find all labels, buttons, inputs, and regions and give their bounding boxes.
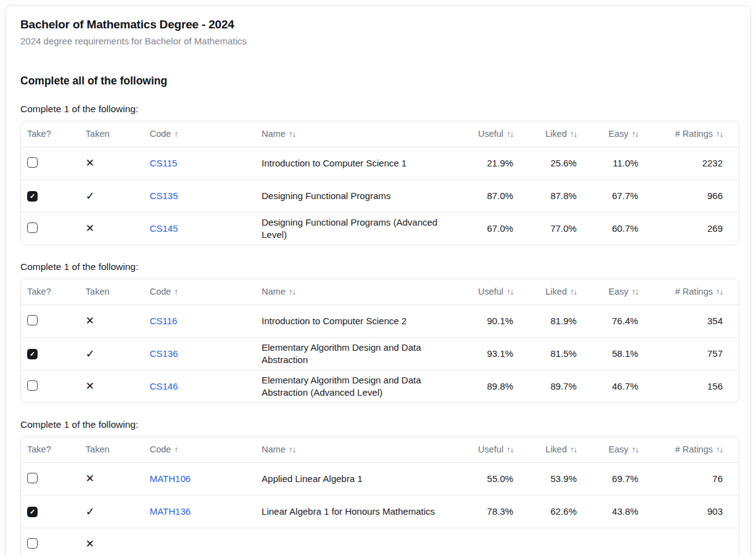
code-cell: CS146	[144, 370, 256, 403]
course-name: Linear Algebra 1 for Honours Mathematics	[261, 505, 435, 518]
useful-value: 89.8%	[458, 370, 519, 403]
code-cell: MATH106	[144, 462, 256, 495]
column-header-useful[interactable]: Useful↑↓	[458, 121, 519, 147]
course-table: Take? Taken Code↑ Name↑↓ Useful↑↓ Liked↑…	[21, 437, 739, 556]
take-checkbox[interactable]: ✓	[27, 507, 38, 517]
sort-both-icon[interactable]: ↑↓	[631, 444, 638, 454]
code-cell: CS145	[144, 212, 256, 245]
column-header-code[interactable]: Code↑	[144, 121, 256, 147]
take-checkbox[interactable]: ✓	[27, 349, 38, 359]
sort-ascending-icon[interactable]: ↑	[174, 444, 178, 454]
code-cell: CS135	[144, 179, 256, 212]
sort-both-icon[interactable]: ↑↓	[289, 287, 295, 296]
sort-both-icon[interactable]: ↑↓	[289, 129, 295, 139]
sort-both-icon[interactable]: ↑↓	[716, 287, 723, 296]
column-header-useful[interactable]: Useful↑↓	[458, 437, 519, 462]
sort-both-icon[interactable]: ↑↓	[506, 444, 513, 454]
sort-both-icon[interactable]: ↑↓	[570, 444, 577, 454]
take-checkbox[interactable]	[27, 538, 38, 549]
column-header-liked[interactable]: Liked↑↓	[519, 437, 583, 462]
course-code-link[interactable]: MATH136	[150, 506, 191, 517]
useful-value: 93.1%	[458, 337, 519, 370]
taken-check-icon: ✓	[86, 189, 95, 203]
column-header-easy[interactable]: Easy↑↓	[583, 437, 644, 462]
course-table-container: Take? Taken Code↑ Name↑↓ Useful↑↓ Liked↑…	[20, 436, 739, 556]
sort-both-icon[interactable]: ↑↓	[289, 444, 295, 454]
course-row: ✓ ✓ CS135 Designing Functional Programs …	[21, 179, 739, 212]
column-header-name-label: Name	[261, 444, 286, 454]
useful-value: 21.9%	[458, 147, 519, 179]
sort-both-icon[interactable]: ↑↓	[506, 287, 513, 296]
take-checkbox[interactable]	[27, 473, 38, 483]
take-checkbox[interactable]	[27, 315, 38, 325]
liked-value: 77.0%	[519, 212, 583, 245]
column-header-code[interactable]: Code↑	[144, 279, 256, 305]
sort-both-icon[interactable]: ↑↓	[506, 129, 513, 139]
column-header-name-label: Name	[261, 129, 286, 139]
requirement-group: Complete 1 of the following: Take? Taken…	[20, 104, 736, 245]
easy-value: 43.8%	[583, 495, 644, 528]
course-code-link[interactable]: CS145	[150, 223, 178, 234]
liked-value: 62.6%	[519, 495, 583, 528]
course-code-link[interactable]: MATH106	[150, 473, 191, 484]
not-taken-cross-icon: ✕	[86, 472, 94, 485]
course-code-link[interactable]: CS115	[150, 158, 178, 168]
column-header-ratings[interactable]: # Ratings↑↓	[644, 121, 739, 147]
course-name: Introduction to Computer Science 1	[261, 157, 406, 170]
course-name: Designing Functional Programs	[261, 190, 390, 202]
sort-both-icon[interactable]: ↑↓	[716, 129, 723, 139]
name-cell	[255, 528, 458, 556]
take-checkbox[interactable]	[27, 380, 38, 391]
course-code-link[interactable]: CS136	[150, 348, 178, 359]
sort-both-icon[interactable]: ↑↓	[631, 287, 638, 296]
sort-both-icon[interactable]: ↑↓	[570, 129, 577, 139]
column-header-name[interactable]: Name↑↓	[255, 279, 458, 305]
column-header-easy[interactable]: Easy↑↓	[583, 121, 644, 147]
column-header-ratings-label: # Ratings	[675, 444, 713, 454]
column-header-useful-label: Useful	[478, 129, 503, 139]
useful-value: 87.0%	[458, 179, 519, 212]
useful-value: 67.0%	[458, 212, 519, 245]
column-header-ratings[interactable]: # Ratings↑↓	[644, 279, 739, 305]
take-checkbox[interactable]	[27, 223, 38, 233]
code-cell: MATH136	[144, 495, 256, 528]
sort-both-icon[interactable]: ↑↓	[716, 444, 723, 454]
useful-value: 78.3%	[458, 495, 519, 528]
column-header-ratings[interactable]: # Ratings↑↓	[644, 437, 739, 462]
course-name: Designing Functional Programs (Advanced …	[261, 216, 446, 241]
section-heading: Complete all of the following	[20, 75, 736, 88]
liked-value: 81.5%	[519, 337, 583, 370]
liked-value	[519, 528, 583, 556]
column-header-take: Take?	[21, 279, 80, 305]
column-header-ratings-label: # Ratings	[675, 287, 713, 296]
column-header-liked-label: Liked	[546, 129, 567, 139]
course-code-link[interactable]: CS146	[150, 381, 178, 391]
column-header-name[interactable]: Name↑↓	[255, 437, 458, 462]
column-header-liked[interactable]: Liked↑↓	[519, 279, 583, 305]
take-checkbox[interactable]: ✓	[27, 191, 38, 202]
sort-ascending-icon[interactable]: ↑	[174, 129, 178, 139]
easy-value: 76.4%	[583, 305, 644, 337]
sort-both-icon[interactable]: ↑↓	[570, 287, 577, 296]
column-header-name[interactable]: Name↑↓	[255, 121, 458, 147]
take-checkbox[interactable]	[27, 157, 38, 168]
course-table: Take? Taken Code↑ Name↑↓ Useful↑↓ Liked↑…	[21, 279, 739, 403]
not-taken-cross-icon: ✕	[86, 538, 94, 550]
easy-value: 69.7%	[583, 462, 644, 495]
sort-both-icon[interactable]: ↑↓	[631, 129, 638, 139]
course-code-link[interactable]: CS116	[150, 316, 178, 326]
take-cell	[21, 370, 80, 403]
course-row: ✕ CS116 Introduction to Computer Science…	[21, 305, 739, 337]
code-cell	[144, 528, 256, 556]
column-header-easy[interactable]: Easy↑↓	[583, 279, 644, 305]
page-subtitle: 2024 degree requirements for Bachelor of…	[20, 36, 736, 46]
column-header-code[interactable]: Code↑	[144, 437, 256, 462]
column-header-liked[interactable]: Liked↑↓	[519, 121, 583, 147]
take-cell: ✓	[21, 337, 80, 370]
not-taken-cross-icon: ✕	[86, 314, 94, 327]
course-code-link[interactable]: CS135	[150, 190, 178, 201]
useful-value: 55.0%	[458, 462, 519, 495]
sort-ascending-icon[interactable]: ↑	[174, 287, 178, 296]
column-header-useful[interactable]: Useful↑↓	[458, 279, 519, 305]
taken-check-icon: ✓	[86, 505, 95, 518]
